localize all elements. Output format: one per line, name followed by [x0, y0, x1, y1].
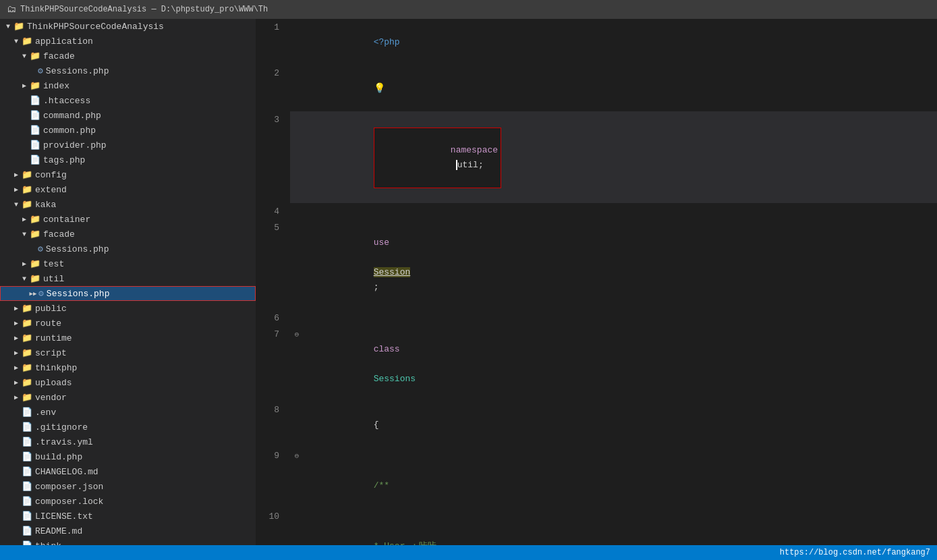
sidebar-item-container[interactable]: 📁 container	[0, 212, 256, 227]
sidebar-item-config[interactable]: 📁 config	[0, 167, 256, 182]
item-label: .travis.yml	[35, 437, 93, 447]
folder-icon: 📁	[30, 229, 40, 240]
sidebar-item-extend[interactable]: 📁 extend	[0, 182, 256, 197]
item-label: CHANGELOG.md	[35, 467, 98, 477]
arrow-icon	[19, 53, 30, 60]
line-number: 5	[256, 219, 290, 310]
item-label: util	[43, 274, 64, 284]
code-content: {	[304, 401, 937, 447]
file-icon: 📄	[30, 125, 40, 136]
gutter	[290, 203, 304, 219]
sidebar-item-changelog[interactable]: 📄 CHANGELOG.md	[0, 464, 256, 479]
arrow-icon	[11, 364, 22, 372]
file-icon: 📄	[22, 422, 32, 432]
sidebar-item-think[interactable]: 📄 think	[0, 538, 256, 545]
sidebar-item-kaka-sessions[interactable]: ⚙ Sessions.php	[0, 242, 256, 256]
line-number: 7	[256, 326, 290, 401]
folder-icon: 📁	[30, 214, 40, 225]
item-label: thinkphp	[35, 363, 77, 373]
sidebar-item-facade[interactable]: 📁 facade	[0, 49, 256, 63]
editor-area[interactable]: 1 <?php 2 💡 3	[256, 19, 937, 545]
sidebar-item-thinkphp[interactable]: 📁 thinkphp	[0, 360, 256, 375]
code-content: namespace util;	[304, 111, 937, 203]
namespace-keyword: namespace	[451, 145, 498, 155]
sidebar-item-readme[interactable]: 📄 README.md	[0, 524, 256, 538]
code-line-1: 1 <?php	[256, 19, 937, 65]
sidebar-item-provider[interactable]: 📄 provider.php	[0, 138, 256, 152]
folder-icon: 📁	[22, 333, 32, 343]
item-label: common.php	[43, 125, 96, 136]
sidebar-item-test[interactable]: 📁 test	[0, 256, 256, 271]
sidebar-item-script[interactable]: 📁 script	[0, 345, 256, 360]
sidebar-item-tags[interactable]: 📄 tags.php	[0, 152, 256, 167]
gutter: ⊖	[290, 447, 304, 508]
sidebar-item-kaka[interactable]: 📁 kaka	[0, 197, 256, 212]
sidebar-item-composerjson[interactable]: 📄 composer.json	[0, 479, 256, 494]
sidebar-item-command[interactable]: 📄 command.php	[0, 108, 256, 123]
sidebar-item-travis[interactable]: 📄 .travis.yml	[0, 435, 256, 449]
folder-icon: 📁	[22, 199, 32, 210]
sidebar-item-runtime[interactable]: 📁 runtime	[0, 331, 256, 345]
sidebar-item-build[interactable]: 📄 build.php	[0, 449, 256, 464]
bottom-bar: https://blog.csdn.net/fangkang7	[0, 545, 937, 560]
sidebar-item-uploads[interactable]: 📁 uploads	[0, 375, 256, 390]
item-label: composer.lock	[35, 497, 103, 507]
namespace-name: util	[457, 160, 478, 170]
sidebar-item-env[interactable]: 📄 .env	[0, 405, 256, 420]
sidebar-item-application[interactable]: 📁 application	[0, 34, 256, 49]
arrow-icon	[19, 215, 30, 223]
project-name-label: ThinkPHPSourceCodeAnalysis	[27, 22, 164, 32]
semicolon: ;	[478, 160, 484, 170]
item-label: LICENSE.txt	[35, 511, 93, 522]
arrow-icon	[11, 38, 22, 45]
sidebar-item-common[interactable]: 📄 common.php	[0, 123, 256, 138]
folder-icon: 📁	[22, 169, 32, 180]
sidebar-item-vendor[interactable]: 📁 vendor	[0, 390, 256, 405]
item-label: .env	[35, 408, 56, 418]
arrow-icon	[3, 23, 13, 30]
code-line-6: 6	[256, 310, 937, 326]
line-number: 1	[256, 19, 290, 65]
sidebar-item-composerlock[interactable]: 📄 composer.lock	[0, 494, 256, 509]
sidebar-item-htaccess[interactable]: 📄 .htaccess	[0, 93, 256, 108]
code-content: <?php	[304, 19, 937, 65]
sidebar-item-kaka-facade[interactable]: 📁 facade	[0, 227, 256, 242]
folder-icon: 📁	[30, 80, 40, 91]
sidebar-item-util-sessions[interactable]: ▶ ⚙ Sessions.php	[0, 286, 256, 301]
sidebar-item-util[interactable]: 📁 util	[0, 271, 256, 286]
item-label: tags.php	[43, 155, 85, 165]
item-label: kaka	[35, 200, 56, 210]
code-content: use Session ;	[304, 219, 937, 310]
file-icon: 📄	[22, 451, 32, 462]
sidebar-item-public[interactable]: 📁 public	[0, 301, 256, 316]
file-icon: 📄	[22, 511, 32, 522]
sidebar[interactable]: 📁 ThinkPHPSourceCodeAnalysis 📁 applicati…	[0, 19, 256, 545]
item-label: extend	[35, 185, 67, 195]
item-label: public	[35, 304, 67, 314]
comment-user: * User ：咔咔	[374, 541, 437, 545]
folder-icon: 📁	[22, 347, 32, 358]
code-line-5: 5 use Session ;	[256, 219, 937, 310]
sidebar-item-gitignore[interactable]: 📄 .gitignore	[0, 420, 256, 435]
arrow-icon	[11, 171, 22, 179]
sidebar-item-route[interactable]: 📁 route	[0, 316, 256, 331]
title-bar: 🗂 ThinkPHPSourceCodeAnalysis — D:\phpstu…	[0, 0, 937, 19]
folder-icon: 📁	[22, 184, 32, 195]
item-label: uploads	[35, 378, 72, 388]
bulb-icon[interactable]: 💡	[374, 83, 385, 94]
title-text: ThinkPHPSourceCodeAnalysis — D:\phpstudy…	[20, 5, 268, 14]
sidebar-item-license[interactable]: 📄 LICENSE.txt	[0, 509, 256, 524]
semicolon: ;	[374, 282, 379, 292]
folder-icon: 📁	[22, 318, 32, 329]
item-label: provider.php	[43, 140, 107, 150]
line-number: 8	[256, 401, 290, 447]
item-label: build.php	[35, 452, 82, 462]
sidebar-item-index[interactable]: 📁 index	[0, 78, 256, 93]
folder-icon: 📁	[22, 303, 32, 314]
arrow-icon	[11, 349, 22, 357]
file-icon: 📄	[22, 437, 32, 447]
code-content: 💡	[304, 65, 937, 111]
code-content: /**	[304, 447, 937, 508]
sidebar-item-app-sessions[interactable]: ⚙ Sessions.php	[0, 63, 256, 78]
sidebar-project-root[interactable]: 📁 ThinkPHPSourceCodeAnalysis	[0, 19, 256, 34]
